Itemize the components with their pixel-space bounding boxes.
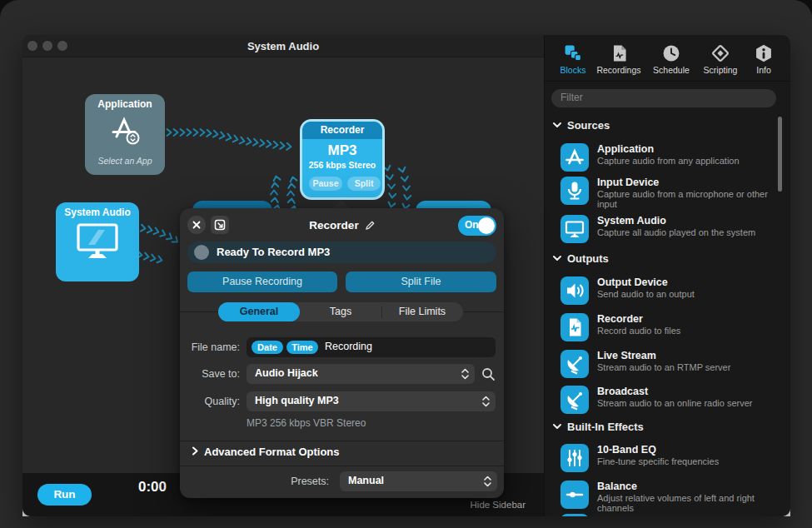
- run-button[interactable]: Run: [37, 484, 92, 506]
- sidebar-scrollbar[interactable]: [778, 117, 782, 192]
- save-to-label: Save to:: [180, 368, 240, 380]
- tab-general[interactable]: General: [218, 302, 300, 321]
- status-pill: Ready To Record MP3: [187, 242, 496, 263]
- application-block-title: Application: [85, 98, 165, 110]
- stepper-chevrons-icon: [481, 395, 491, 408]
- status-dot: [194, 245, 209, 260]
- save-to-dropdown[interactable]: Audio Hijack: [247, 364, 475, 384]
- equalizer-icon: [560, 444, 589, 472]
- tabbar-divider: [545, 81, 790, 82]
- quality-label: Quality:: [180, 396, 240, 407]
- recorder-block-header: Recorder: [302, 122, 382, 139]
- quality-dropdown[interactable]: High quality MP3: [247, 391, 496, 411]
- quality-detail: MP3 256 kbps VBR Stereo: [247, 417, 366, 429]
- satellite-dish-icon: [560, 350, 589, 378]
- system-audio-block[interactable]: System Audio: [56, 202, 139, 281]
- pause-recording-button[interactable]: Pause Recording: [187, 271, 337, 292]
- schedule-icon: [661, 43, 681, 63]
- popout-icon: [211, 216, 229, 234]
- presets-dropdown[interactable]: Manual: [340, 471, 497, 491]
- section-header-effects[interactable]: Built-In Effects: [553, 421, 644, 433]
- recorder-popover: Recorder On Ready To Record MP3 Pause Re…: [180, 208, 504, 498]
- sidebar: Blocks Recordings Schedule: [544, 35, 790, 516]
- stepper-chevrons-icon: [483, 475, 492, 488]
- system-audio-block-title: System Audio: [56, 207, 139, 218]
- popover-title-row: Recorder: [247, 216, 438, 234]
- close-icon: [187, 216, 206, 234]
- split-file-button[interactable]: Split File: [346, 271, 496, 292]
- section-header-outputs[interactable]: Outputs: [553, 252, 609, 265]
- tab-file-limits[interactable]: File Limits: [381, 302, 463, 321]
- popover-popout-button[interactable]: [211, 216, 229, 234]
- scripting-icon: [710, 43, 730, 63]
- file-name-value: Recording: [325, 341, 372, 352]
- recorder-block-detail: 256 kbps Stereo: [302, 160, 382, 170]
- recorder-file-icon: [560, 313, 589, 341]
- hide-sidebar-button[interactable]: Hide Sidebar: [471, 500, 526, 510]
- speaker-icon: [560, 276, 589, 305]
- toggle-knob: [478, 217, 495, 234]
- time-token[interactable]: Time: [286, 341, 318, 354]
- blocks-icon: [563, 43, 583, 63]
- popover-close-button[interactable]: [187, 216, 206, 234]
- filter-placeholder: Filter: [560, 92, 776, 103]
- balance-icon: [560, 481, 589, 509]
- recorder-block-format: MP3: [302, 142, 382, 159]
- file-name-field[interactable]: Date Time Recording: [247, 337, 496, 357]
- microphone-icon: [560, 177, 589, 205]
- section-header-sources[interactable]: Sources: [553, 119, 610, 132]
- recorder-block-title: Recorder: [302, 122, 382, 139]
- application-block-subtitle: Select an App: [85, 156, 165, 166]
- application-block[interactable]: Application Select an App: [85, 94, 165, 175]
- file-name-label: File name:: [180, 341, 240, 353]
- recordings-icon: [609, 43, 629, 63]
- divider: [180, 441, 504, 441]
- session-timer: 0:00: [122, 479, 182, 496]
- monitor-icon: [77, 223, 118, 262]
- advanced-format-options[interactable]: Advanced Format Options: [192, 446, 340, 458]
- chevron-down-icon: [553, 423, 561, 430]
- app-store-icon: [107, 112, 143, 150]
- screenshot-stage: System Audio: [0, 0, 812, 528]
- edit-pencil-icon[interactable]: [365, 220, 376, 231]
- tab-tags[interactable]: Tags: [300, 302, 381, 321]
- system-audio-icon: [560, 215, 589, 243]
- application-source-icon: [560, 143, 589, 172]
- info-icon: [754, 43, 774, 63]
- chevron-right-icon: [192, 446, 198, 456]
- recorder-block[interactable]: Recorder MP3 256 kbps Stereo Pause Split: [300, 119, 385, 200]
- recorder-block-split-button[interactable]: Split: [347, 177, 381, 191]
- stepper-chevrons-icon: [461, 367, 470, 381]
- sidebar-tab-scripting[interactable]: Scripting: [695, 43, 746, 75]
- popover-tabs: General Tags File Limits: [218, 302, 463, 321]
- sidebar-tab-info[interactable]: Info: [747, 43, 780, 75]
- chevron-down-icon: [553, 255, 561, 262]
- on-toggle[interactable]: On: [458, 216, 496, 236]
- filter-input[interactable]: Filter: [551, 89, 776, 107]
- titlebar: System Audio: [22, 35, 544, 57]
- toggle-label: On: [465, 219, 479, 231]
- window-title: System Audio: [22, 35, 544, 57]
- chevron-down-icon: [553, 122, 561, 128]
- date-token[interactable]: Date: [252, 341, 283, 354]
- app-window: System Audio: [22, 35, 790, 516]
- recorder-block-pause-button[interactable]: Pause: [309, 177, 342, 191]
- sidebar-tab-recordings[interactable]: Recordings: [586, 43, 651, 75]
- partial-next-item-icon: [560, 514, 589, 516]
- satellite-dish-icon: [560, 386, 589, 414]
- sidebar-tab-schedule[interactable]: Schedule: [644, 43, 699, 75]
- divider: [180, 466, 504, 466]
- status-text: Ready To Record MP3: [217, 246, 330, 258]
- popover-title: Recorder: [309, 219, 358, 232]
- search-icon[interactable]: [481, 367, 496, 381]
- presets-label: Presets:: [279, 476, 329, 487]
